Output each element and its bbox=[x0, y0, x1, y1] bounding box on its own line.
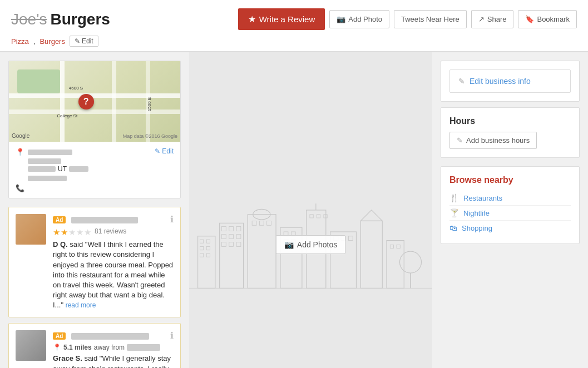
ad-badge-2: Ad bbox=[53, 332, 66, 340]
review-avatar-1 bbox=[16, 214, 46, 245]
business-name-main: Burgers bbox=[51, 11, 110, 28]
page-wrapper: Joe's Burgers ★ Write a Review 📷 Add Pho… bbox=[0, 0, 588, 368]
svg-rect-13 bbox=[236, 235, 241, 239]
header-actions: ★ Write a Review 📷 Add Photo Tweets Near… bbox=[238, 8, 577, 30]
browse-restaurants-link[interactable]: Restaurants bbox=[463, 194, 502, 202]
svg-rect-21 bbox=[267, 221, 271, 225]
browse-nightlife-link[interactable]: Nightlife bbox=[463, 209, 490, 217]
svg-rect-40 bbox=[397, 245, 400, 248]
svg-rect-31 bbox=[324, 215, 327, 218]
tweets-near-label: Tweets Near Here bbox=[401, 15, 459, 23]
add-hours-button[interactable]: ✎ Add business hours bbox=[449, 132, 537, 149]
review-text-1: D Q. said "Well I think I earned the rig… bbox=[53, 240, 174, 310]
star-4: ★ bbox=[76, 227, 83, 237]
state-line: UT bbox=[28, 165, 151, 173]
map-google-logo: Google bbox=[12, 133, 29, 139]
edit-tags-button[interactable]: ✎ Edit bbox=[70, 36, 98, 47]
left-panel: 4600 S 1500 E College St ? Google Map da… bbox=[0, 52, 189, 368]
svg-point-41 bbox=[399, 251, 421, 273]
svg-rect-39 bbox=[390, 245, 393, 248]
pencil-icon: ✎ bbox=[155, 147, 160, 155]
browse-shopping-link[interactable]: Shopping bbox=[462, 224, 492, 232]
write-review-button[interactable]: ★ Write a Review bbox=[238, 8, 325, 30]
info-icon-1[interactable]: ℹ bbox=[170, 214, 174, 225]
extra-blurred bbox=[28, 176, 67, 181]
add-hours-label: Add business hours bbox=[466, 136, 530, 145]
svg-rect-38 bbox=[387, 241, 404, 289]
map-info: 📍 UT ✎ bbox=[9, 142, 180, 198]
city-illustration bbox=[189, 52, 432, 368]
location-blurred bbox=[127, 344, 160, 351]
share-icon: ↗ bbox=[478, 15, 485, 23]
bookmark-icon: 🔖 bbox=[525, 15, 534, 23]
svg-rect-30 bbox=[317, 215, 320, 218]
reviewer-name-2: Grace S. bbox=[53, 354, 82, 362]
review-header-left: Ad bbox=[53, 215, 138, 223]
map-road-label-2: 1500 E bbox=[147, 97, 152, 111]
star-1: ★ bbox=[53, 227, 60, 237]
edit-business-button[interactable]: ✎ Edit business info bbox=[449, 69, 571, 93]
header: Joe's Burgers ★ Write a Review 📷 Add Pho… bbox=[0, 0, 588, 52]
header-section: Joe's Burgers ★ Write a Review 📷 Add Pho… bbox=[0, 0, 588, 52]
header-tags: Pizza , Burgers ✎ Edit bbox=[11, 36, 577, 51]
svg-rect-1 bbox=[200, 240, 204, 243]
camera-large-icon: 📷 bbox=[284, 240, 294, 249]
browse-item-restaurants: 🍴 Restaurants bbox=[449, 191, 571, 206]
svg-rect-3 bbox=[200, 246, 204, 250]
ad-badge-1: Ad bbox=[53, 216, 66, 223]
location-pin-icon: 📍 bbox=[16, 148, 24, 156]
phone-icon: 📞 bbox=[16, 184, 24, 192]
map-edit-link[interactable]: ✎ Edit bbox=[155, 147, 174, 155]
tweets-near-button[interactable]: Tweets Near Here bbox=[394, 10, 467, 28]
star-icon: ★ bbox=[248, 14, 256, 24]
map-address-text: UT bbox=[28, 147, 151, 181]
map-green-area bbox=[17, 69, 60, 94]
svg-rect-8 bbox=[222, 227, 226, 231]
city-blurred bbox=[28, 166, 56, 172]
browse-item-nightlife: 🍸 Nightlife bbox=[449, 206, 571, 221]
tag-separator: , bbox=[33, 37, 36, 46]
svg-rect-12 bbox=[229, 235, 234, 239]
add-hours-pencil-icon: ✎ bbox=[457, 136, 463, 145]
info-icon-2[interactable]: ℹ bbox=[170, 330, 174, 341]
svg-rect-5 bbox=[200, 253, 204, 257]
review-content-1: Ad ℹ ★ ★ ★ ★ ★ 81 reviews bbox=[53, 214, 174, 310]
address-blurred-1 bbox=[28, 150, 72, 155]
zip-blurred bbox=[69, 166, 88, 172]
nightlife-icon: 🍸 bbox=[449, 208, 459, 217]
map-container[interactable]: 4600 S 1500 E College St ? Google Map da… bbox=[9, 61, 180, 142]
svg-rect-7 bbox=[220, 223, 244, 288]
svg-rect-11 bbox=[222, 235, 226, 239]
map-marker: ? bbox=[78, 94, 94, 110]
add-photos-label: Add Photos bbox=[297, 240, 337, 249]
browse-nearby-title: Browse nearby bbox=[449, 175, 571, 185]
svg-rect-9 bbox=[229, 227, 234, 231]
hours-section: Hours ✎ Add business hours bbox=[441, 107, 580, 158]
add-photos-button[interactable]: 📷 Add Photos bbox=[276, 235, 345, 254]
stars-1: ★ ★ ★ ★ ★ 81 reviews bbox=[53, 227, 174, 237]
write-review-label: Write a Review bbox=[259, 14, 315, 24]
avatar-image-1 bbox=[16, 214, 46, 245]
add-photo-label: Add Photo bbox=[348, 15, 382, 23]
svg-rect-0 bbox=[198, 236, 215, 289]
map-section: 4600 S 1500 E College St ? Google Map da… bbox=[8, 61, 181, 198]
tag-burgers[interactable]: Burgers bbox=[39, 37, 65, 46]
browse-list: 🍴 Restaurants 🍸 Nightlife 🛍 Shopping bbox=[449, 191, 571, 235]
svg-rect-35 bbox=[348, 236, 353, 241]
pencil-small-icon: ✎ bbox=[75, 37, 80, 45]
review-avatar-2 bbox=[16, 330, 46, 361]
map-edit-label: Edit bbox=[162, 147, 174, 155]
svg-rect-17 bbox=[248, 215, 276, 289]
star-3: ★ bbox=[68, 227, 76, 237]
location-row-2: 📍 5.1 miles away from bbox=[53, 344, 174, 351]
add-photo-button[interactable]: 📷 Add Photo bbox=[329, 10, 389, 28]
reviewer-said-label-2: said bbox=[84, 354, 99, 362]
read-more-link-1[interactable]: read more bbox=[66, 301, 96, 309]
share-button[interactable]: ↗ Share bbox=[471, 10, 514, 28]
bookmark-button[interactable]: 🔖 Bookmark bbox=[518, 10, 577, 28]
edit-business-section: ✎ Edit business info bbox=[441, 61, 580, 102]
tag-pizza[interactable]: Pizza bbox=[11, 37, 29, 46]
edit-pencil-icon: ✎ bbox=[458, 77, 465, 86]
svg-rect-16 bbox=[236, 242, 241, 247]
content-area: 4600 S 1500 E College St ? Google Map da… bbox=[0, 52, 588, 368]
